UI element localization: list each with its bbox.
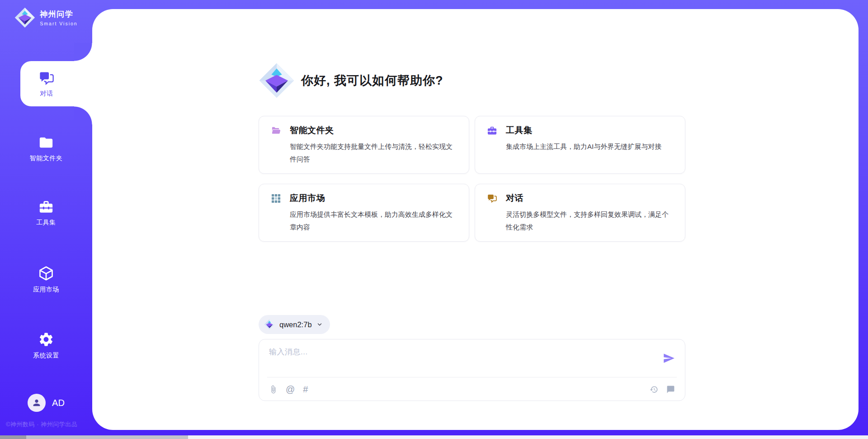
person-icon: [32, 398, 42, 408]
sidebar: 神州问学 Smart Vision 对话 智能文件夹: [0, 0, 92, 439]
chevron-down-icon: [316, 321, 323, 328]
sidebar-item-toolset[interactable]: 工具集: [0, 199, 92, 227]
history-icon[interactable]: [650, 385, 658, 394]
composer-divider: [267, 377, 677, 377]
model-logo-icon: [264, 319, 275, 330]
sidebar-item-app-market[interactable]: 应用市场: [0, 265, 92, 294]
card-app-market[interactable]: 应用市场 应用市场提供丰富长文本模板，助力高效生成多样化文章内容: [259, 184, 469, 242]
folder-icon: [38, 135, 54, 150]
card-title: 对话: [506, 192, 524, 204]
brand-logo-icon: [14, 7, 35, 28]
card-title: 工具集: [506, 124, 533, 136]
card-description: 智能文件夹功能支持批量文件上传与清洗，轻松实现文件问答: [290, 140, 457, 166]
brand-name: 神州问学: [40, 9, 77, 19]
cube-icon: [38, 265, 54, 282]
feature-cards: 智能文件夹 智能文件夹功能支持批量文件上传与清洗，轻松实现文件问答 工具集 集成…: [259, 116, 685, 242]
toolbox-icon: [38, 199, 54, 215]
chat-bubbles-icon: [38, 70, 55, 86]
sidebar-item-label: 应用市场: [33, 286, 59, 294]
message-input[interactable]: 输入消息...: [269, 347, 653, 357]
greeting-logo-icon: [259, 62, 295, 99]
gear-icon: [38, 331, 54, 348]
sidebar-item-label: 系统设置: [33, 352, 59, 360]
model-name: qwen2:7b: [279, 320, 312, 329]
sidebar-item-chat[interactable]: 对话: [20, 61, 93, 106]
model-selector[interactable]: qwen2:7b: [259, 315, 330, 334]
card-title: 智能文件夹: [290, 124, 334, 136]
composer-tools: @ #: [269, 377, 308, 401]
at-icon[interactable]: @: [286, 385, 295, 394]
greeting-title: 你好, 我可以如何帮助你?: [301, 72, 443, 89]
avatar: [28, 394, 46, 412]
hash-icon[interactable]: #: [303, 385, 308, 394]
card-title: 应用市场: [290, 192, 325, 204]
scrollbar-thumb[interactable]: [26, 435, 188, 439]
chat-bubble-icon[interactable]: [666, 385, 675, 394]
composer: 输入消息... @ #: [259, 339, 685, 401]
folder-open-icon: [271, 125, 281, 136]
sidebar-item-settings[interactable]: 系统设置: [0, 331, 92, 360]
toolbox-icon: [487, 125, 497, 136]
card-description: 灵活切换多模型文件，支持多样回复效果调试，满足个性化需求: [506, 208, 673, 234]
card-chat[interactable]: 对话 灵活切换多模型文件，支持多样回复效果调试，满足个性化需求: [475, 184, 685, 242]
sidebar-item-label: 工具集: [36, 219, 56, 227]
sidebar-footer-text: ©神州数码 · 神州问学出品: [6, 420, 77, 429]
brand: 神州问学 Smart Vision: [0, 7, 92, 28]
sidebar-item-label: 对话: [40, 90, 53, 98]
scrollbar-corner: [0, 435, 26, 439]
composer-extra-tools: [650, 377, 675, 401]
horizontal-scrollbar: [0, 435, 868, 439]
card-description: 应用市场提供丰富长文本模板，助力高效生成多样化文章内容: [290, 208, 457, 234]
user-profile[interactable]: AD: [0, 394, 92, 412]
chat-bubbles-icon: [487, 193, 497, 204]
card-smart-folder[interactable]: 智能文件夹 智能文件夹功能支持批量文件上传与清洗，轻松实现文件问答: [259, 116, 469, 174]
sidebar-item-label: 智能文件夹: [30, 154, 63, 162]
greeting: 你好, 我可以如何帮助你?: [259, 62, 443, 99]
brand-text: 神州问学 Smart Vision: [40, 9, 77, 26]
paperclip-icon[interactable]: [269, 385, 278, 394]
brand-subtitle: Smart Vision: [40, 21, 77, 26]
sidebar-item-smart-folder[interactable]: 智能文件夹: [0, 135, 92, 162]
send-icon[interactable]: [663, 352, 675, 364]
user-initials: AD: [52, 398, 65, 408]
card-toolset[interactable]: 工具集 集成市场上主流工具，助力AI与外界无缝扩展与对接: [475, 116, 685, 174]
card-description: 集成市场上主流工具，助力AI与外界无缝扩展与对接: [506, 140, 673, 153]
grid-icon: [271, 193, 281, 204]
